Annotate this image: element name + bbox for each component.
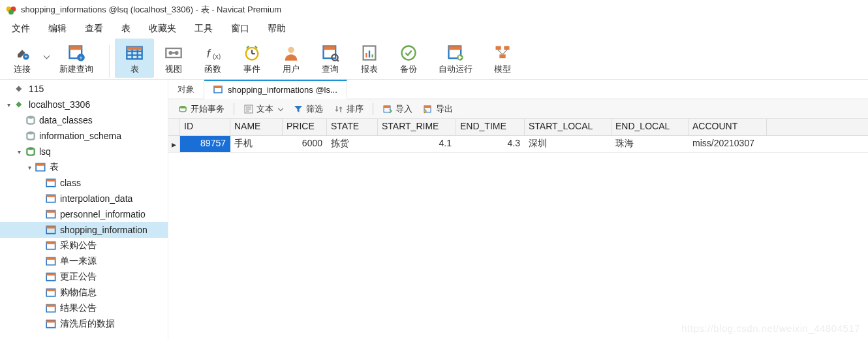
cell-endtime[interactable]: 4.3: [456, 136, 525, 152]
table-item-interpolation[interactable]: interpolation_data: [0, 191, 168, 206]
cell-startrime[interactable]: 4.1: [378, 136, 456, 152]
column-header-startlocal[interactable]: START_LOCAL: [525, 119, 612, 135]
tab-label: 对象: [178, 84, 194, 95]
export-icon: [423, 104, 433, 114]
svg-text:+: +: [79, 55, 82, 61]
svg-text:(x): (x): [213, 52, 221, 60]
menu-window[interactable]: 窗口: [222, 20, 258, 37]
table-item-personnel[interactable]: personnel_informatio: [0, 206, 168, 222]
table-icon: [46, 271, 57, 283]
toolbar-query[interactable]: 查询: [311, 39, 350, 78]
chevron-down-icon[interactable]: ▾: [5, 101, 12, 108]
plug-icon: +: [13, 44, 31, 62]
toolbar-table-label: 表: [131, 63, 139, 75]
tab-objects[interactable]: 对象: [168, 80, 204, 99]
connection-item-115[interactable]: 115: [0, 81, 168, 97]
svg-rect-39: [504, 46, 509, 50]
toolbar-model-label: 模型: [494, 63, 511, 75]
cell-id[interactable]: 89757: [180, 136, 230, 152]
column-header-startrime[interactable]: START_RIME: [378, 119, 456, 135]
svg-line-28: [337, 60, 339, 61]
menu-edit[interactable]: 编辑: [39, 20, 76, 37]
svg-point-43: [27, 116, 34, 119]
tree-label: 结果公告: [60, 302, 97, 314]
menu-tools[interactable]: 工具: [185, 20, 222, 37]
begin-transaction-button[interactable]: 开始事务: [174, 102, 228, 116]
toolbar-user[interactable]: 用户: [271, 39, 311, 78]
menu-fav[interactable]: 收藏夹: [140, 20, 185, 37]
svg-rect-6: [70, 46, 82, 50]
table-item-danyi[interactable]: 单一来源: [0, 253, 168, 269]
table-item-gouwu[interactable]: 购物信息: [0, 285, 168, 300]
row-selector-header: [168, 119, 180, 135]
cell-price[interactable]: 6000: [283, 136, 327, 152]
toolbar-event-label: 事件: [243, 63, 260, 75]
toolbar-function[interactable]: f(x) 函数: [193, 39, 232, 78]
menu-file[interactable]: 文件: [3, 20, 39, 37]
tables-group[interactable]: ▾ 表: [0, 159, 168, 175]
table-row[interactable]: ▸ 89757 手机 6000 拣货 4.1 4.3 深圳 珠海 miss/20…: [168, 136, 868, 153]
table-item-qingxi[interactable]: 清洗后的数据: [0, 316, 168, 332]
cell-state[interactable]: 拣货: [327, 136, 378, 152]
table-icon: [46, 302, 57, 314]
connection-item-localhost[interactable]: ▾ localhost_3306: [0, 97, 168, 112]
sort-icon: [333, 104, 344, 114]
database-item-data-classes[interactable]: data_classes: [0, 112, 168, 128]
svg-point-2: [8, 9, 14, 14]
menu-view[interactable]: 查看: [76, 20, 112, 37]
grid-header-row: ID NAME PRICE STATE START_RIME END_TIME …: [168, 119, 868, 136]
column-header-endlocal[interactable]: END_LOCAL: [612, 119, 689, 135]
toolbar-backup[interactable]: 备份: [389, 39, 428, 78]
toolbar-report[interactable]: 报表: [350, 39, 389, 78]
text-button[interactable]: 文本: [240, 102, 287, 116]
column-header-state[interactable]: STATE: [327, 119, 378, 135]
chevron-down-icon[interactable]: ▾: [26, 164, 33, 171]
button-label: 筛选: [306, 103, 323, 115]
row-pointer-icon: ▸: [168, 136, 180, 152]
menu-help[interactable]: 帮助: [258, 20, 295, 37]
cell-startlocal[interactable]: 深圳: [525, 136, 612, 152]
database-item-lsq[interactable]: ▾ lsq: [0, 144, 168, 159]
toolbar-event[interactable]: 事件: [232, 39, 271, 78]
toolbar-model[interactable]: 模型: [483, 39, 522, 78]
column-header-id[interactable]: ID: [180, 119, 230, 135]
svg-rect-51: [46, 195, 55, 197]
data-grid[interactable]: ID NAME PRICE STATE START_RIME END_TIME …: [168, 119, 868, 339]
toolbar-view[interactable]: 视图: [154, 39, 193, 78]
svg-text:f: f: [207, 46, 211, 60]
table-group-icon: [35, 161, 47, 173]
column-header-endtime[interactable]: END_TIME: [456, 119, 525, 135]
toolbar-connect[interactable]: + 连接: [3, 39, 42, 78]
toolbar-table[interactable]: 表: [115, 39, 154, 78]
clock-icon: [243, 44, 261, 62]
column-header-price[interactable]: PRICE: [283, 119, 327, 135]
import-button[interactable]: 导入: [379, 102, 416, 116]
toolbar-newquery[interactable]: + 新建查询: [49, 39, 104, 78]
database-icon: [25, 114, 37, 126]
table-item-gengzheng[interactable]: 更正公告: [0, 269, 168, 285]
menu-table[interactable]: 表: [112, 20, 140, 37]
sort-button[interactable]: 排序: [330, 102, 367, 116]
tab-shopping-informations[interactable]: shopping_informations @ls...: [204, 80, 347, 99]
cell-name[interactable]: 手机: [230, 136, 283, 152]
cell-account[interactable]: miss/20210307: [689, 136, 767, 152]
table-item-shopping[interactable]: shopping_information: [0, 222, 168, 238]
filter-button[interactable]: 筛选: [289, 102, 327, 116]
cell-endlocal[interactable]: 珠海: [612, 136, 689, 152]
svg-rect-14: [127, 47, 142, 50]
column-header-name[interactable]: NAME: [230, 119, 283, 135]
table-item-class[interactable]: class: [0, 175, 168, 191]
table-item-jieguo[interactable]: 结果公告: [0, 300, 168, 316]
export-button[interactable]: 导出: [419, 102, 457, 116]
column-header-account[interactable]: ACCOUNT: [689, 119, 767, 135]
connection-tree: 115 ▾ localhost_3306 data_classes inform…: [0, 80, 168, 339]
chevron-down-icon[interactable]: ▾: [16, 148, 22, 155]
button-label: 导出: [436, 103, 453, 115]
toolbar-report-label: 报表: [361, 63, 378, 75]
toolbar-autorun[interactable]: 自动运行: [428, 39, 483, 78]
database-item-information-schema[interactable]: information_schema: [0, 128, 168, 144]
table-icon: [125, 44, 144, 62]
table-item-caigou[interactable]: 采购公告: [0, 238, 168, 253]
report-icon: [360, 44, 379, 62]
backup-icon: [399, 44, 418, 62]
